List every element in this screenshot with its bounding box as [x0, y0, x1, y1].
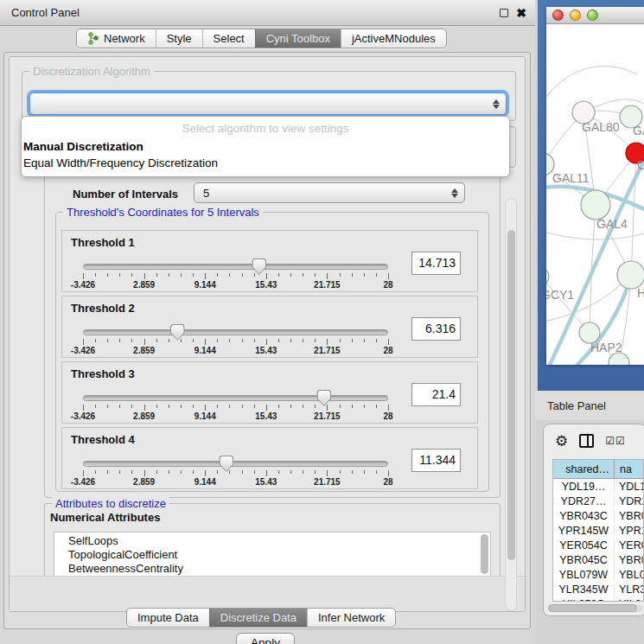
node-label-gal11: GAL11 — [552, 171, 590, 185]
popup-option-equal-width-frequency[interactable]: Equal Width/Frequency Discretization — [22, 155, 509, 171]
combo-arrows-icon — [451, 183, 458, 202]
threshold-4-value-field[interactable]: 11.344 — [411, 449, 461, 472]
footer-strip — [10, 576, 525, 611]
apply-button[interactable]: Apply — [236, 633, 295, 644]
zoom-traffic-light-icon[interactable] — [587, 10, 598, 21]
table-row[interactable]: YBL079WYBL0 — [553, 567, 643, 582]
threshold-4-label: Threshold 4 — [71, 433, 135, 446]
threshold-2-value-field[interactable]: 6.316 — [411, 317, 461, 341]
threshold-3-value-field[interactable]: 21.4 — [411, 383, 461, 406]
network-icon — [87, 32, 99, 45]
node-label-gal80: GAL80 — [582, 120, 620, 134]
threshold-4-box: Threshold 4 -3.4262.8599.14415.4321.7152… — [61, 427, 478, 489]
threshold-1-value-field[interactable]: 14.713 — [411, 252, 461, 275]
tab-select[interactable]: Select — [202, 29, 255, 48]
float-window-icon[interactable] — [500, 9, 508, 17]
top-tab-bar: Network Style Select Cyni Toolbox jActiv… — [76, 29, 447, 48]
list-item-topologicalcoefficient[interactable]: TopologicalCoefficient — [54, 548, 490, 562]
table-row[interactable]: YBR043CYBR0 — [553, 508, 643, 523]
threshold-3-label: Threshold 3 — [71, 367, 135, 380]
list-item-selfloops[interactable]: SelfLoops — [54, 534, 490, 548]
node-bottom[interactable] — [609, 353, 629, 365]
thresholds-group: Threshold's Coordinates for 5 Intervals … — [55, 212, 489, 492]
node-label-clipped-h: H — [637, 286, 644, 300]
node-label-clipped-c: C — [637, 158, 644, 172]
node-gcy1[interactable] — [546, 268, 549, 285]
right-workspace: GAL80 GA C GAL11 GAL4 GCY1 H HAP2 Table … — [535, 0, 644, 644]
table-toolbar: ⚙ ☑☑ — [544, 424, 644, 457]
numerical-attributes-list: SelfLoops TopologicalCoefficient Between… — [54, 532, 491, 577]
panel-scrollbar-thumb[interactable] — [507, 230, 515, 560]
table-row[interactable]: YER054CYER0 — [553, 538, 643, 552]
tab-jactivemnodules[interactable]: jActiveMNodules — [341, 29, 446, 48]
threshold-3-slider[interactable]: -3.4262.8599.14415.4321.71528 — [83, 393, 388, 419]
node-label-gal4: GAL4 — [596, 217, 628, 231]
network-frame: GAL80 GA C GAL11 GAL4 GCY1 H HAP2 — [538, 0, 644, 391]
table-row[interactable]: YBR045CYBR0 — [553, 552, 643, 567]
thresholds-group-title: Threshold's Coordinates for 5 Intervals — [63, 206, 263, 219]
tab-cyni-toolbox[interactable]: Cyni Toolbox — [255, 29, 341, 48]
network-window: GAL80 GA C GAL11 GAL4 GCY1 H HAP2 — [546, 7, 644, 365]
popup-option-manual-discretization[interactable]: Manual Discretization — [22, 138, 509, 155]
threshold-2-slider[interactable]: -3.4262.8599.14415.4321.71528 — [83, 328, 388, 354]
tab-impute-data[interactable]: Impute Data — [127, 609, 209, 627]
algorithm-dropdown-popup: Select algorithm to view settings Manual… — [21, 116, 510, 177]
attributes-group-title: Attributes to discretize — [52, 497, 169, 510]
numerical-attributes-label: Numerical Attributes — [50, 511, 160, 524]
node-label-clipped-ga: GA — [633, 124, 644, 137]
threshold-1-label: Threshold 1 — [71, 236, 135, 249]
close-icon[interactable]: ✖ — [516, 9, 526, 17]
panel-title: Control Panel — [11, 6, 80, 19]
list-item-betweennesscentrality[interactable]: BetweennessCentrality — [54, 562, 490, 576]
table-row[interactable]: YLR345WYLR3 — [553, 582, 643, 596]
close-traffic-light-icon[interactable] — [552, 10, 564, 21]
column-layout-icon[interactable] — [579, 434, 594, 448]
combo-arrows-icon — [493, 93, 500, 114]
table-row[interactable]: YDL19…YDL1 — [553, 479, 643, 494]
table-panel: ⚙ ☑☑ shared… na YDL19…YDL1 YDR27…YDR2 YB… — [543, 424, 644, 616]
discretization-algorithm-group: Discretization Algorithm — [22, 71, 516, 121]
table-horizontal-scrollbar[interactable] — [548, 604, 643, 612]
list-scrollbar[interactable] — [481, 534, 488, 574]
table-row[interactable]: YIL052CYIL0 — [553, 596, 643, 602]
minimize-traffic-light-icon[interactable] — [570, 10, 581, 21]
control-panel: Control Panel ✖ Network Style Select Cyn… — [0, 0, 535, 644]
discretization-algorithm-group-title: Discretization Algorithm — [29, 65, 154, 78]
tab-discretize-data[interactable]: Discretize Data — [209, 609, 307, 627]
attributes-group: Attributes to discretize Numerical Attri… — [44, 503, 501, 577]
number-of-intervals-label: Number of Intervals — [73, 188, 178, 201]
table-row[interactable]: YPR145WYPR1 — [553, 523, 643, 538]
tab-network[interactable]: Network — [77, 29, 156, 48]
node-label-hap2: HAP2 — [590, 341, 622, 354]
interval-definition-group: Interval Definition Number of Intervals … — [44, 173, 501, 498]
column-header-shared-name[interactable]: shared… — [553, 460, 615, 478]
threshold-2-label: Threshold 2 — [71, 302, 135, 315]
tab-infer-network[interactable]: Infer Network — [307, 609, 395, 627]
cyni-toolbox-panel: Discretization Algorithm Select algorith… — [3, 52, 531, 629]
select-columns-icon[interactable]: ☑☑ — [605, 435, 626, 447]
table-scrollbar-thumb[interactable] — [548, 604, 637, 612]
panel-scrollbar[interactable] — [505, 198, 517, 611]
threshold-4-slider[interactable]: -3.4262.8599.14415.4321.71528 — [83, 459, 388, 485]
network-canvas[interactable]: GAL80 GA C GAL11 GAL4 GCY1 H HAP2 — [546, 24, 644, 365]
threshold-1-slider[interactable]: -3.4262.8599.14415.4321.71528 — [83, 262, 388, 288]
table-row[interactable]: YDR27…YDR2 — [553, 494, 643, 508]
network-window-titlebar[interactable] — [546, 7, 644, 24]
number-of-intervals-value: 5 — [203, 187, 209, 200]
tab-network-label: Network — [104, 32, 145, 45]
algorithm-combobox[interactable] — [29, 92, 507, 115]
table-panel-title: Table Panel — [547, 399, 606, 412]
table-header-row: shared… na — [553, 460, 643, 479]
node-attribute-table[interactable]: shared… na YDL19…YDL1 YDR27…YDR2 YBR043C… — [552, 459, 644, 602]
node-label-gcy1: GCY1 — [546, 288, 574, 302]
node-gal4[interactable] — [581, 190, 610, 220]
node-mid-right[interactable] — [617, 261, 644, 289]
threshold-3-box: Threshold 3 -3.4262.8599.14415.4321.7152… — [61, 361, 478, 424]
gear-icon[interactable]: ⚙ — [555, 434, 568, 449]
bottom-tab-bar: Impute Data Discretize Data Infer Networ… — [126, 608, 396, 628]
number-of-intervals-combobox[interactable]: 5 — [194, 182, 465, 203]
popup-hint: Select algorithm to view settings — [22, 119, 509, 138]
column-header-name[interactable]: na — [615, 460, 643, 478]
tab-style[interactable]: Style — [156, 29, 202, 48]
threshold-1-box: Threshold 1 -3.4262.8599.14415.4321.7152… — [61, 230, 478, 292]
